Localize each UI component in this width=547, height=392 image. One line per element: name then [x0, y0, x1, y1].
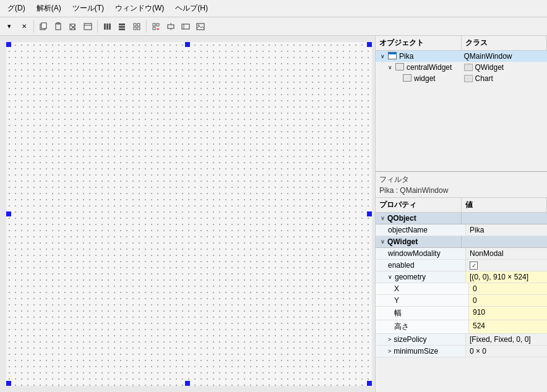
menu-item-h[interactable]: ヘルプ(H) — [170, 2, 213, 15]
tree-row-centralwidget[interactable]: ∨ centralWidget QWidget — [376, 62, 547, 73]
handle-middle-left[interactable] — [6, 211, 11, 216]
props-row-x[interactable]: X 0 — [376, 283, 547, 295]
props-row-enabled[interactable]: enabled ✓ — [376, 260, 547, 271]
props-key-x: X — [376, 283, 469, 294]
paste-toolbar-btn[interactable] — [51, 20, 65, 33]
svg-rect-1 — [41, 23, 46, 28]
svg-rect-23 — [168, 25, 174, 28]
close-toolbar-btn[interactable]: ✕ — [17, 20, 31, 33]
handle-middle-right[interactable] — [367, 211, 372, 216]
props-row-geometry[interactable]: ∨geometry [(0, 0), 910 × 524] — [376, 271, 547, 283]
section-label-qwidget: QWidget — [387, 237, 418, 246]
toolbar-sep-1 — [33, 20, 34, 33]
enabled-checkbox[interactable]: ✓ — [470, 262, 478, 270]
image-toolbar-btn[interactable] — [194, 20, 207, 33]
menu-item-w[interactable]: ウィンドウ(W) — [110, 2, 169, 15]
props-key-width: 幅 — [376, 307, 469, 320]
handle-bottom-right[interactable] — [367, 381, 372, 386]
tree-arrow-pika: ∨ — [381, 53, 388, 59]
toolbar-sep-2 — [97, 20, 98, 33]
svg-rect-26 — [182, 24, 189, 29]
props-row-y[interactable]: Y 0 — [376, 295, 547, 307]
props-val-windowmodality[interactable]: NonModal — [466, 248, 547, 259]
menu-item-d[interactable]: グ(D) — [2, 2, 30, 15]
props-row-minimumsize[interactable]: >minimumSize 0 × 0 — [376, 346, 547, 357]
props-val-enabled[interactable]: ✓ — [466, 260, 547, 271]
props-row-width[interactable]: 幅 910 — [376, 307, 547, 320]
widget-icon-widget — [403, 74, 413, 83]
object-tree: オブジェクト クラス ∨ Pika QMainWindow — [376, 36, 547, 172]
props-key-y: Y — [376, 295, 469, 306]
section-val-qobject — [462, 213, 547, 224]
props-header: プロパティ 値 — [376, 198, 547, 213]
section-label-qobject: QObject — [387, 214, 416, 223]
qwidget-icon — [464, 64, 473, 71]
properties-panel: プロパティ 値 ∨ QObject objectName Pika ∨ QWid… — [376, 198, 547, 392]
props-key-objectname: objectName — [376, 224, 466, 236]
break-layout-btn[interactable] — [149, 20, 163, 33]
props-val-x[interactable]: 0 — [469, 283, 547, 294]
menu-item-t[interactable]: ツール(T) — [67, 2, 109, 15]
tree-label-centralwidget: centralWidget — [407, 63, 452, 72]
svg-rect-17 — [134, 27, 136, 30]
props-val-y[interactable]: 0 — [469, 295, 547, 306]
copy-toolbar-btn[interactable] — [37, 20, 50, 33]
svg-rect-9 — [104, 23, 106, 30]
section-arrow-qwidget: ∨ — [381, 239, 385, 245]
section-arrow-qobject: ∨ — [381, 215, 385, 221]
canvas-area[interactable] — [0, 36, 375, 392]
props-header-key: プロパティ — [376, 198, 462, 212]
props-val-objectname[interactable]: Pika — [466, 224, 547, 236]
cut-toolbar-btn[interactable] — [66, 20, 80, 33]
props-row-windowmodality[interactable]: windowModality NonModal — [376, 248, 547, 260]
svg-rect-14 — [119, 28, 125, 30]
menu-item-a[interactable]: 解析(A) — [32, 2, 66, 15]
props-val-width[interactable]: 910 — [469, 307, 547, 320]
adjust-size-btn[interactable] — [164, 20, 178, 33]
props-row-sizepolicy[interactable]: >sizePolicy [Fixed, Fixed, 0, 0] — [376, 334, 547, 346]
props-val-minimumsize[interactable]: 0 × 0 — [466, 346, 547, 357]
tree-class-centralwidget: QWidget — [475, 63, 504, 72]
props-row-height[interactable]: 高さ 524 — [376, 320, 547, 334]
tree-arrow-centralwidget: ∨ — [388, 64, 395, 70]
svg-rect-19 — [153, 23, 155, 26]
dropdown-toolbar-btn[interactable]: ▾ — [2, 20, 16, 33]
handle-top-right[interactable] — [367, 42, 372, 47]
tree-row-pika[interactable]: ∨ Pika QMainWindow — [376, 51, 547, 62]
tree-label-widget: widget — [414, 74, 436, 83]
vert-layout-btn[interactable] — [100, 20, 114, 33]
handle-top-left[interactable] — [6, 42, 11, 47]
props-key-minimumsize: >minimumSize — [376, 346, 466, 357]
geometry-expand-arrow: ∨ — [388, 274, 392, 280]
tree-class-pika: QMainWindow — [464, 52, 512, 61]
handle-top-middle[interactable] — [185, 42, 190, 47]
props-section-qwidget[interactable]: ∨ QWidget — [376, 236, 547, 248]
svg-rect-18 — [137, 27, 140, 30]
props-section-qobject[interactable]: ∨ QObject — [376, 213, 547, 224]
tree-header-object: オブジェクト — [376, 36, 462, 50]
toolbar-sep-3 — [146, 20, 147, 33]
props-val-geometry[interactable]: [(0, 0), 910 × 524] — [466, 271, 547, 283]
tab-order-btn[interactable] — [179, 20, 192, 33]
toolbar: ▾ ✕ — [0, 17, 547, 36]
tree-label-pika: Pika — [399, 52, 413, 61]
props-key-enabled: enabled — [376, 260, 466, 271]
handle-bottom-left[interactable] — [6, 381, 11, 386]
grid-layout-btn[interactable] — [130, 20, 144, 33]
props-key-windowmodality: windowModality — [376, 248, 466, 259]
preview-toolbar-btn[interactable] — [81, 20, 95, 33]
handle-bottom-middle[interactable] — [185, 381, 190, 386]
horiz-layout-btn[interactable] — [115, 20, 129, 33]
tree-row-widget-chart[interactable]: widget Chart — [376, 73, 547, 84]
props-row-objectname[interactable]: objectName Pika — [376, 224, 547, 236]
tree-class-widget: Chart — [475, 74, 493, 83]
minimumsize-expand-arrow: > — [388, 348, 391, 354]
svg-rect-28 — [197, 23, 204, 30]
svg-rect-10 — [106, 23, 108, 30]
filter-label: フィルタ — [379, 174, 543, 185]
props-val-sizepolicy[interactable]: [Fixed, Fixed, 0, 0] — [466, 334, 547, 345]
svg-rect-13 — [119, 26, 125, 28]
section-val-qwidget — [462, 236, 547, 247]
props-val-height[interactable]: 524 — [469, 320, 547, 333]
chart-grid-icon — [464, 75, 473, 82]
